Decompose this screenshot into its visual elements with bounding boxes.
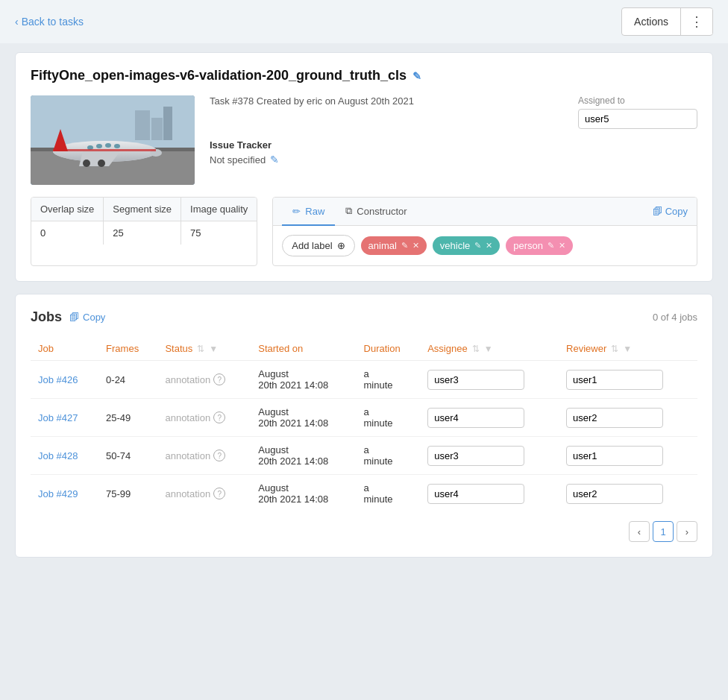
job-status-cell-1: annotation ? bbox=[157, 399, 251, 437]
issue-tracker-section: Issue Tracker Not specified ✎ bbox=[210, 139, 697, 165]
labels-panel: ✏ Raw ⧉ Constructor 🗐 Copy Add label bbox=[272, 197, 697, 266]
task-card: FiftyOne_open-images-v6-validation-200_g… bbox=[15, 52, 713, 282]
status-filter-icon[interactable]: ▼ bbox=[209, 344, 218, 354]
col-frames: Frames bbox=[98, 337, 157, 361]
actions-more-button[interactable]: ⋮ bbox=[681, 9, 712, 34]
jobs-copy-icon: 🗐 bbox=[69, 312, 79, 323]
col-reviewer[interactable]: Reviewer ⇅ ▼ bbox=[559, 337, 697, 361]
quality-value: 75 bbox=[181, 221, 257, 245]
svg-point-14 bbox=[114, 144, 120, 148]
reviewer-input-3[interactable] bbox=[566, 484, 663, 504]
job-link-1[interactable]: Job #427 bbox=[38, 412, 78, 423]
reviewer-input-0[interactable] bbox=[566, 370, 663, 390]
actions-button[interactable]: Actions bbox=[622, 10, 680, 34]
assignee-input-1[interactable] bbox=[427, 408, 524, 428]
status-help-icon-3[interactable]: ? bbox=[213, 488, 225, 499]
reviewer-input-1[interactable] bbox=[566, 408, 663, 428]
assignee-input-0[interactable] bbox=[427, 370, 524, 390]
job-frames-cell-3: 75-99 bbox=[98, 475, 157, 513]
status-help-icon-1[interactable]: ? bbox=[213, 412, 225, 423]
job-link-2[interactable]: Job #428 bbox=[38, 450, 78, 461]
constructor-tab-label: Constructor bbox=[357, 206, 407, 217]
jobs-title-group: Jobs 🗐 Copy bbox=[31, 309, 105, 325]
jobs-count: 0 of 4 jobs bbox=[653, 312, 697, 323]
job-status-text-2: annotation bbox=[165, 450, 210, 461]
jobs-pagination: ‹ 1 › bbox=[31, 521, 697, 542]
pagination-prev-button[interactable]: ‹ bbox=[629, 521, 650, 542]
segment-col-header: Segment size bbox=[104, 198, 181, 221]
task-title-text: FiftyOne_open-images-v6-validation-200_g… bbox=[31, 68, 407, 83]
task-bottom-section: Overlap size Segment size Image quality … bbox=[31, 197, 697, 266]
pagination-page-1-button[interactable]: 1 bbox=[653, 521, 674, 542]
assignee-input-3[interactable] bbox=[427, 484, 524, 504]
task-top-section: Task #378 Created by eric on August 20th… bbox=[31, 95, 697, 185]
person-label-text: person bbox=[513, 240, 543, 251]
job-started-cell-2: August20th 2021 14:08 bbox=[251, 437, 356, 475]
table-row: Job #429 75-99 annotation ? August20th 2… bbox=[31, 475, 697, 513]
job-reviewer-cell-2 bbox=[559, 437, 697, 475]
table-row: 0 25 75 bbox=[31, 221, 257, 245]
table-row: Job #428 50-74 annotation ? August20th 2… bbox=[31, 437, 697, 475]
pagination-next-button[interactable]: › bbox=[677, 521, 697, 542]
job-id-cell-3: Job #429 bbox=[31, 475, 98, 513]
jobs-copy-button[interactable]: 🗐 Copy bbox=[69, 312, 105, 323]
animal-edit-icon[interactable]: ✎ bbox=[401, 241, 408, 250]
labels-copy-button[interactable]: 🗐 Copy bbox=[653, 206, 688, 217]
status-sort-icon[interactable]: ⇅ bbox=[197, 344, 204, 354]
chevron-left-icon: ‹ bbox=[15, 16, 19, 28]
jobs-table: Job Frames Status ⇅ ▼ Started on bbox=[31, 337, 697, 512]
job-assignee-cell-2 bbox=[420, 437, 559, 475]
svg-point-13 bbox=[105, 143, 111, 148]
labels-tabs: ✏ Raw ⧉ Constructor 🗐 Copy bbox=[273, 198, 697, 226]
jobs-title-text: Jobs bbox=[31, 309, 62, 325]
person-edit-icon[interactable]: ✎ bbox=[547, 241, 554, 250]
issue-tracker-edit-icon[interactable]: ✎ bbox=[270, 154, 279, 165]
assignee-filter-icon[interactable]: ▼ bbox=[484, 344, 493, 354]
reviewer-filter-icon[interactable]: ▼ bbox=[623, 344, 632, 354]
col-status[interactable]: Status ⇅ ▼ bbox=[157, 337, 251, 361]
assigned-to-label: Assigned to bbox=[578, 95, 697, 106]
job-link-0[interactable]: Job #426 bbox=[38, 374, 78, 385]
animal-remove-icon[interactable]: ✕ bbox=[412, 241, 419, 250]
job-status-cell-2: annotation ? bbox=[157, 437, 251, 475]
tab-constructor[interactable]: ⧉ Constructor bbox=[335, 198, 417, 226]
add-icon: ⊕ bbox=[337, 240, 345, 251]
job-status-text-1: annotation bbox=[165, 412, 210, 423]
raw-tab-icon: ✏ bbox=[292, 206, 301, 217]
col-assignee[interactable]: Assignee ⇅ ▼ bbox=[420, 337, 559, 361]
table-row: Job #426 0-24 annotation ? August20th 20… bbox=[31, 361, 697, 399]
raw-tab-label: Raw bbox=[305, 206, 324, 217]
job-frames-cell-2: 50-74 bbox=[98, 437, 157, 475]
tab-raw[interactable]: ✏ Raw bbox=[282, 198, 335, 226]
add-label-button[interactable]: Add label ⊕ bbox=[282, 235, 354, 256]
svg-rect-6 bbox=[163, 107, 172, 140]
job-frames-cell-1: 25-49 bbox=[98, 399, 157, 437]
back-to-tasks-link[interactable]: ‹ Back to tasks bbox=[15, 16, 84, 28]
assignee-sort-icon[interactable]: ⇅ bbox=[472, 344, 480, 354]
status-help-icon-2[interactable]: ? bbox=[213, 450, 225, 461]
svg-rect-16 bbox=[53, 149, 156, 151]
reviewer-sort-icon[interactable]: ⇅ bbox=[611, 344, 618, 354]
job-started-cell-3: August20th 2021 14:08 bbox=[251, 475, 356, 513]
assigned-to-input[interactable] bbox=[578, 109, 697, 129]
assignee-input-2[interactable] bbox=[427, 446, 524, 466]
task-title-edit-icon[interactable]: ✎ bbox=[412, 70, 421, 82]
task-image bbox=[31, 95, 195, 185]
reviewer-input-2[interactable] bbox=[566, 446, 663, 466]
vehicle-edit-icon[interactable]: ✎ bbox=[474, 241, 481, 250]
label-tag-vehicle: vehicle ✎ ✕ bbox=[433, 236, 500, 255]
status-help-icon-0[interactable]: ? bbox=[213, 373, 225, 385]
svg-point-17 bbox=[83, 160, 90, 167]
jobs-card: Jobs 🗐 Copy 0 of 4 jobs Job Frames bbox=[15, 294, 713, 558]
person-remove-icon[interactable]: ✕ bbox=[559, 241, 565, 250]
quality-col-header: Image quality bbox=[181, 198, 257, 221]
labels-body: Add label ⊕ animal ✎ ✕ vehicle ✎ ✕ per bbox=[273, 226, 697, 265]
job-link-3[interactable]: Job #429 bbox=[38, 488, 78, 499]
job-assignee-cell-1 bbox=[420, 399, 559, 437]
job-reviewer-cell-3 bbox=[559, 475, 697, 513]
svg-point-18 bbox=[98, 160, 105, 167]
vehicle-remove-icon[interactable]: ✕ bbox=[486, 241, 492, 250]
job-status-text-0: annotation bbox=[165, 374, 210, 385]
add-label-text: Add label bbox=[292, 240, 332, 251]
svg-rect-4 bbox=[135, 110, 150, 140]
